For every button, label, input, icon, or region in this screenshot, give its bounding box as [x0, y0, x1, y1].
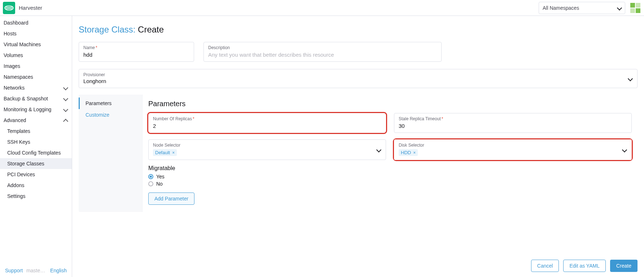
replicas-field[interactable]: Number Of Replicas* — [148, 113, 386, 133]
sidebar-item-ssh-keys[interactable]: SSH Keys — [0, 137, 72, 147]
chevron-down-icon — [628, 76, 632, 82]
description-label: Description — [208, 45, 437, 50]
page-title: Storage Class: Create — [79, 25, 638, 35]
description-input[interactable] — [208, 51, 437, 58]
sidebar-item-label: Backup & Snapshot — [4, 96, 48, 101]
sidebar-item-label: Volumes — [4, 52, 23, 58]
chevron-down-icon — [377, 147, 381, 153]
provisioner-label: Provisioner — [83, 72, 633, 77]
name-label: Name* — [83, 45, 189, 50]
chevron-down-icon — [64, 107, 67, 112]
close-icon[interactable]: × — [413, 150, 416, 155]
migratable-yes-row[interactable]: Yes — [148, 174, 632, 179]
stale-timeout-label: Stale Replica Timeout* — [399, 116, 627, 121]
sidebar-item-label: Cloud Config Templates — [7, 150, 61, 156]
sidebar-item-monitoring-logging[interactable]: Monitoring & Logging — [0, 104, 72, 115]
sidebar-item-label: Dashboard — [4, 20, 29, 26]
sidebar-item-storage-classes[interactable]: Storage Classes — [0, 158, 72, 169]
sidebar-item-label: Hosts — [4, 31, 17, 36]
disk-selector-chips: HDD× — [399, 149, 627, 156]
user-avatar-icon[interactable] — [630, 3, 640, 13]
config-tabs: Parameters Customize — [79, 95, 142, 212]
replicas-input[interactable] — [153, 122, 381, 129]
main: Storage Class: Create Name* Description … — [72, 16, 644, 277]
chevron-down-icon — [64, 85, 67, 91]
sidebar-item-networks[interactable]: Networks — [0, 82, 72, 93]
chevron-down-icon — [64, 96, 67, 101]
stale-timeout-input[interactable] — [399, 122, 627, 129]
node-selector-field[interactable]: Node Selector Default× — [148, 139, 386, 160]
chevron-down-icon — [623, 147, 626, 153]
cancel-button[interactable]: Cancel — [531, 260, 559, 272]
support-link[interactable]: Support — [5, 268, 23, 273]
sidebar-item-volumes[interactable]: Volumes — [0, 50, 72, 61]
add-parameter-button[interactable]: Add Parameter — [148, 192, 194, 205]
sidebar-item-cloud-config-templates[interactable]: Cloud Config Templates — [0, 147, 72, 158]
sidebar-item-advanced[interactable]: Advanced — [0, 115, 72, 126]
disk-selector-field[interactable]: Disk Selector HDD× — [394, 139, 632, 160]
stale-timeout-field[interactable]: Stale Replica Timeout* — [394, 113, 632, 133]
edit-yaml-button[interactable]: Edit as YAML — [563, 260, 606, 272]
provisioner-value: Longhorn — [83, 78, 633, 84]
sidebar-footer: Support master-f… English — [0, 264, 72, 277]
brand: Harvester — [3, 2, 42, 14]
sidebar-item-images[interactable]: Images — [0, 61, 72, 72]
sidebar: DashboardHostsVirtual MachinesVolumesIma… — [0, 16, 72, 277]
language-select[interactable]: English — [50, 268, 67, 273]
sidebar-item-templates[interactable]: Templates — [0, 126, 72, 137]
node-selector-chips: Default× — [153, 149, 381, 156]
migratable-heading: Migratable — [148, 165, 632, 172]
replicas-label: Number Of Replicas* — [153, 116, 381, 121]
radio-yes[interactable] — [148, 174, 153, 179]
sidebar-item-label: Monitoring & Logging — [4, 107, 51, 112]
sidebar-item-namespaces[interactable]: Namespaces — [0, 72, 72, 82]
sidebar-item-hosts[interactable]: Hosts — [0, 28, 72, 39]
description-field[interactable]: Description — [203, 42, 442, 62]
sidebar-item-label: Virtual Machines — [4, 42, 41, 47]
migratable-no-row[interactable]: No — [148, 181, 632, 187]
sidebar-item-label: SSH Keys — [7, 139, 30, 145]
parameters-panel: Parameters Number Of Replicas* Stale Rep… — [142, 95, 638, 212]
breadcrumb-parent[interactable]: Storage Class — [79, 25, 133, 34]
sidebar-item-label: Templates — [7, 128, 30, 134]
disk-selector-label: Disk Selector — [399, 143, 627, 148]
name-input[interactable] — [83, 51, 189, 58]
radio-no[interactable] — [148, 181, 153, 186]
sidebar-item-label: Images — [4, 63, 20, 69]
chip-label: Default — [155, 150, 170, 155]
provisioner-select[interactable]: Provisioner Longhorn — [79, 69, 638, 88]
node-selector-chip[interactable]: Default× — [153, 149, 177, 156]
sidebar-item-pci-devices[interactable]: PCI Devices — [0, 169, 72, 180]
chip-label: HDD — [401, 150, 411, 155]
sidebar-item-label: Namespaces — [4, 74, 33, 80]
name-field[interactable]: Name* — [79, 42, 194, 62]
top-right: All Namespaces — [539, 2, 640, 14]
disk-selector-chip[interactable]: HDD× — [399, 149, 418, 156]
harvester-logo-icon — [3, 2, 15, 14]
sidebar-item-label: Addons — [7, 182, 24, 188]
disk-selector-highlight: Disk Selector HDD× — [394, 139, 632, 160]
sidebar-item-settings[interactable]: Settings — [0, 191, 72, 202]
parameters-heading: Parameters — [148, 100, 632, 108]
sidebar-item-virtual-machines[interactable]: Virtual Machines — [0, 39, 72, 50]
replicas-highlight: Number Of Replicas* — [148, 113, 386, 133]
namespace-select[interactable]: All Namespaces — [539, 2, 625, 14]
topbar: Harvester All Namespaces — [0, 0, 644, 16]
chevron-up-icon — [64, 117, 67, 123]
sidebar-item-label: Storage Classes — [7, 161, 44, 166]
breadcrumb-leaf: Create — [138, 25, 164, 34]
sidebar-item-addons[interactable]: Addons — [0, 180, 72, 191]
sidebar-item-label: Networks — [4, 85, 25, 91]
version-text: master-f… — [26, 268, 47, 273]
sidebar-item-backup-snapshot[interactable]: Backup & Snapshot — [0, 93, 72, 104]
footer-actions: Cancel Edit as YAML Create — [531, 260, 638, 272]
sidebar-item-label: Settings — [7, 193, 26, 199]
sidebar-item-dashboard[interactable]: Dashboard — [0, 17, 72, 28]
tab-customize[interactable]: Customize — [79, 109, 142, 121]
create-button[interactable]: Create — [610, 260, 638, 272]
migratable-yes-label: Yes — [156, 174, 165, 179]
namespace-selected: All Namespaces — [543, 5, 579, 11]
close-icon[interactable]: × — [172, 150, 175, 155]
tab-parameters[interactable]: Parameters — [79, 98, 142, 109]
sidebar-item-label: PCI Devices — [7, 172, 35, 177]
